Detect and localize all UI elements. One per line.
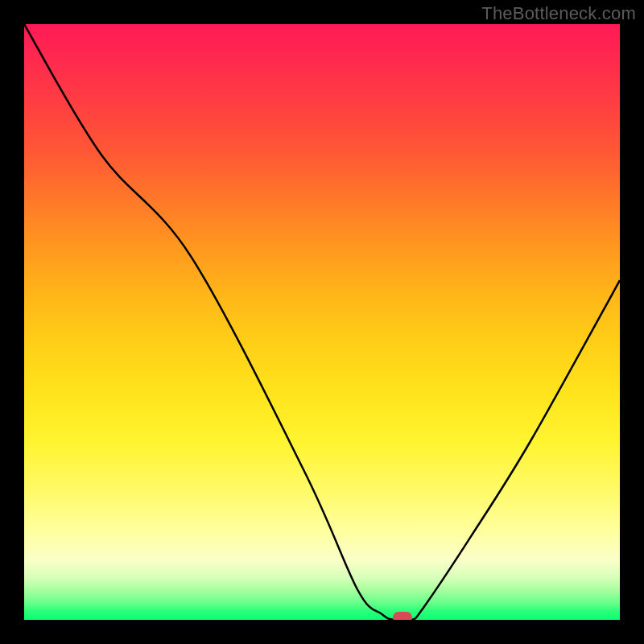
optimal-marker — [393, 612, 412, 620]
plot-area — [24, 24, 620, 620]
curve-path — [24, 24, 620, 620]
watermark-text: TheBottleneck.com — [481, 3, 636, 24]
bottleneck-curve — [24, 24, 620, 620]
chart-frame: TheBottleneck.com — [0, 0, 644, 644]
